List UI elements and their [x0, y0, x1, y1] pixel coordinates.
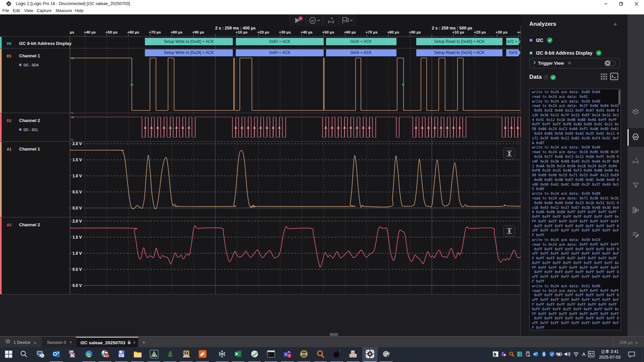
tray-teams-alert[interactable]: [501, 352, 506, 357]
horizontal-scrollbar-thumb[interactable]: [330, 333, 338, 336]
i2c-annotation-bubble[interactable]: Setup Write to [0x48] + ACK: [145, 38, 233, 45]
close-tab-icon[interactable]: ✕: [133, 341, 136, 345]
show-desktop-button[interactable]: [642, 347, 644, 362]
terminal-icon: [610, 73, 618, 80]
restore-button[interactable]: [616, 0, 626, 7]
menu-edit[interactable]: Edit: [13, 8, 20, 13]
tray-tray-magnifier[interactable]: [509, 352, 514, 357]
channel-name-a2[interactable]: Channel 2: [19, 222, 40, 227]
i2c-annotation-bubble[interactable]: Setup Read to [0x24] + ACK: [416, 49, 502, 57]
tray-wifi[interactable]: [573, 352, 579, 357]
window-title: Logic 2 [Logic Pro 16 - Disconnected] [I…: [16, 1, 130, 6]
voltage-scale-label: 0.0 V: [72, 283, 82, 288]
tray-power[interactable]: [556, 352, 562, 357]
notification-center-icon[interactable]: [628, 351, 635, 359]
anydesk-icon: [493, 351, 498, 358]
tray-bluetooth[interactable]: [541, 352, 546, 357]
tray-outlook-tray[interactable]: [533, 352, 538, 357]
i2c-annotation-bubble[interactable]: Setup Write to [0x24] + ACK: [145, 49, 233, 57]
tray-speaker[interactable]: [565, 352, 570, 357]
ruler-tick-label: +10 µs: [235, 30, 248, 34]
waveform-viewport[interactable]: +30 µs+40 µs+50 µs+60 µs+70 µs+80 µs+90 …: [0, 14, 521, 336]
tab-capture-file[interactable]: I2C saleae_20250703 ✕: [76, 337, 138, 348]
data-terminal-view-button[interactable]: [610, 73, 618, 81]
device-1f-tool-button[interactable]: 1F: [632, 133, 640, 141]
tray-ime-a[interactable]: A: [581, 352, 586, 357]
i2c-annotation-bubble[interactable]: 0x04 + ACK: [326, 49, 396, 57]
teams-alert-icon: [501, 351, 506, 358]
i2c-annotation-bubble[interactable]: 0x01 + N: [506, 38, 521, 45]
i2c-annotation-bubble[interactable]: 0x60 + ACK: [236, 38, 324, 45]
data-title: Data: [529, 74, 542, 80]
menu-capture[interactable]: Capture: [37, 8, 51, 13]
bluetooth-icon: [541, 351, 547, 358]
analyzer-bullet-icon: [530, 52, 532, 54]
toggle-off-knob-icon[interactable]: ✕: [605, 60, 610, 66]
analyzer-item-i2c[interactable]: I2C: [521, 37, 628, 45]
analyzer-item-i2c-8-bit-address-display[interactable]: I2C 8-bit Address Display: [521, 49, 628, 57]
voltage-scale-label: 2.0 V: [72, 141, 82, 146]
i2c-annotation-bubble[interactable]: 0x60 + ACK: [236, 49, 324, 57]
data-output-text: write to 0x24 ack data: 0x60 0x04 read t…: [532, 90, 619, 330]
layers-icon: [632, 108, 639, 117]
tray-ime-han[interactable]: [588, 352, 594, 357]
help-icon[interactable]: ?: [544, 75, 548, 79]
analyzer-bullet-icon: [530, 39, 532, 42]
data-scrollbar-thumb[interactable]: [619, 90, 620, 105]
autoscale-icon: [506, 150, 512, 157]
ruler-tick-label: +20 µs: [474, 30, 486, 34]
analyzers-title: Analyzers: [529, 21, 556, 27]
voltage-scale-label: 0.5 V: [72, 267, 82, 272]
channel-name-d1[interactable]: Channel 1: [19, 53, 40, 58]
timescale-selector[interactable]: 208 µs: [613, 337, 644, 348]
menu-view[interactable]: View: [24, 8, 33, 13]
menu-help[interactable]: Help: [75, 8, 84, 13]
sda-digital-trace: [70, 58, 521, 111]
a2-autoscale-button[interactable]: [503, 225, 515, 237]
dual-color-icon: [517, 351, 523, 358]
clock-date: 2025-07-03: [595, 355, 624, 360]
tray-usb[interactable]: [525, 352, 530, 357]
voltage-scale-label: 2.0 V: [72, 219, 82, 224]
channel-name-a1[interactable]: Channel 1: [19, 146, 40, 152]
analyzer-label: I2C 8-bit Address Display: [536, 50, 592, 56]
channel-name-d2[interactable]: Channel 2: [19, 118, 40, 123]
measure-3-tool-button[interactable]: 3: [632, 158, 640, 166]
i2c-annotation-bubble[interactable]: 0x01: [506, 49, 521, 57]
warning-icon: ⚠: [568, 61, 571, 65]
new-tab-button[interactable]: +: [142, 340, 145, 346]
i2c-annotation-bubble[interactable]: 0x04 + ACK: [326, 38, 396, 45]
tab-label: I2C saleae_20250703: [80, 340, 125, 345]
data-output-panel[interactable]: write to 0x24 ack data: 0x60 0x04 read t…: [529, 89, 621, 330]
power-icon: [556, 351, 562, 358]
minimize-button[interactable]: [601, 0, 611, 7]
i2c-start-marker-icon: [402, 83, 404, 86]
tray-dual-color[interactable]: [517, 352, 522, 357]
waveform-canvas: +30 µs+40 µs+50 µs+60 µs+70 µs+80 µs+90 …: [0, 14, 521, 336]
data-table-view-button[interactable]: [601, 73, 607, 81]
add-analyzer-button[interactable]: +: [613, 21, 617, 28]
i2c-annotation-bubble[interactable]: Setup Read to [0x49] + ACK: [416, 38, 502, 45]
filter-tool-button[interactable]: [632, 182, 640, 190]
selected-tool-indicator: [628, 129, 629, 146]
tab-label: Session 0: [47, 340, 66, 345]
menu-file[interactable]: File: [2, 8, 9, 13]
tab-session-0[interactable]: Session 0 ✕: [42, 337, 75, 348]
menu-measure[interactable]: Measure: [56, 8, 72, 13]
tray-shield[interactable]: [549, 352, 554, 357]
layers-tool-button[interactable]: [632, 108, 640, 116]
a1-autoscale-button[interactable]: [503, 148, 515, 159]
close-tab-icon[interactable]: ✕: [69, 340, 72, 345]
channel-name-h0[interactable]: I2C 8-bit Address Display: [19, 41, 71, 46]
tray-anydesk[interactable]: [493, 352, 498, 357]
device-selector[interactable]: 1 Device: [0, 337, 42, 348]
notes-tool-button[interactable]: [632, 231, 640, 239]
hierarchy-tool-button[interactable]: [632, 207, 640, 215]
ruler-tick-label: +50 µs: [322, 30, 334, 34]
close-button[interactable]: [631, 0, 641, 7]
taskbar-clock[interactable]: 오후 3:41 2025-07-03: [595, 349, 624, 360]
tray-magnifier-icon: [509, 351, 515, 358]
timeline-ruler[interactable]: +30 µs+40 µs+50 µs+60 µs+70 µs+80 µs+90 …: [62, 26, 521, 37]
ruler-tick-label: +40 µs: [84, 30, 96, 34]
channel-id-a1: A1: [7, 147, 11, 151]
